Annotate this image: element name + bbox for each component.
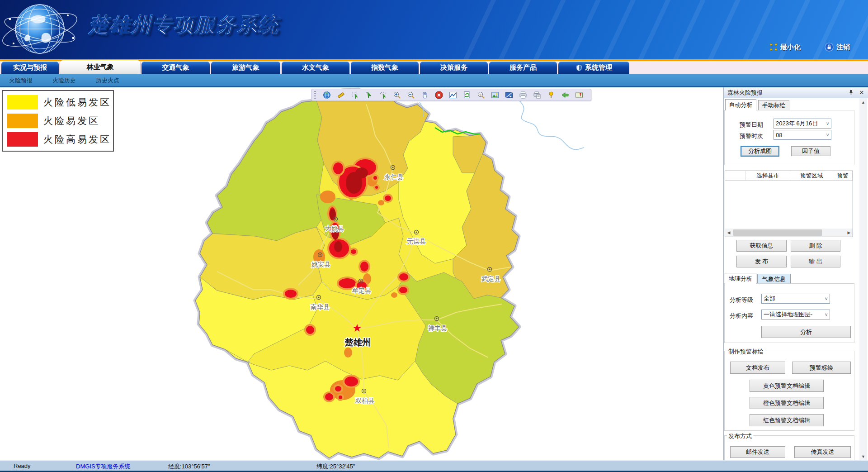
capital-star-icon: ★	[352, 322, 362, 334]
fire-zone-dark_red	[334, 241, 342, 252]
plot-button-3[interactable]: 黄色预警文档编辑	[750, 380, 824, 392]
plot-group-label: 制作预警标绘	[727, 348, 765, 356]
warning-table[interactable]: 选择县市预警区域预警 ◀ ▶	[725, 171, 853, 237]
globe-icon[interactable]	[322, 91, 331, 99]
county-label: 武定县	[481, 275, 500, 282]
export-button[interactable]: 输 出	[791, 256, 840, 267]
submenu-bar: 火险预报火险历史历史火点	[0, 74, 868, 87]
print-icon[interactable]	[519, 91, 527, 99]
back-arrow-icon[interactable]	[561, 91, 569, 99]
nav-tab-label: 林业气象	[87, 63, 114, 72]
warn-time-select[interactable]: 08˅	[774, 130, 831, 140]
minimize-label: 最小化	[780, 43, 801, 52]
get-info-button[interactable]: 获取信息	[736, 240, 787, 252]
application-window: 楚雄州专项服务系统 最小化 注销 实况与预报林业气象交通气象旅游气象水文气象指数…	[0, 0, 868, 472]
status-bar: Ready DMGIS专项服务系统 经度:103°56'57" 纬度:25°32…	[0, 460, 868, 472]
measure-ruler-icon[interactable]	[336, 91, 345, 99]
nav-tab-1[interactable]: 实况与预报	[1, 62, 59, 74]
nav-tab-5[interactable]: 水文气象	[282, 62, 349, 74]
stop-icon[interactable]	[434, 91, 443, 99]
tab-auto-analysis[interactable]: 自动分析	[725, 99, 756, 110]
panel-scrollbar[interactable]: ▲ ▼	[859, 98, 867, 460]
hscroll-thumb[interactable]	[733, 229, 822, 236]
close-icon[interactable]: ✕	[858, 89, 866, 97]
tab-weather-info[interactable]: 气象信息	[757, 274, 791, 284]
map-flag-icon[interactable]	[575, 91, 583, 99]
submenu-item-2[interactable]: 火险历史	[52, 76, 76, 85]
toolbar-grip[interactable]	[314, 91, 316, 99]
fire-zone-red	[350, 248, 357, 255]
publish-method-button-1[interactable]: 邮件发送	[730, 446, 785, 458]
header-decoration	[461, 0, 868, 59]
county-label: 禄丰县	[428, 324, 447, 332]
identify-icon[interactable]: ?	[476, 91, 485, 99]
fire-zone-red	[332, 162, 344, 175]
legend-item: 火险易发区	[7, 113, 111, 129]
table-column-header[interactable]	[725, 171, 746, 180]
select-arrow-icon[interactable]	[364, 91, 373, 99]
nav-tab-8[interactable]: 服务产品	[489, 62, 557, 74]
nav-tab-2[interactable]: 林业气象	[60, 60, 140, 74]
submenu-item-1[interactable]: 火险预报	[9, 76, 33, 85]
factor-value-button[interactable]: 因子值	[791, 146, 830, 156]
fire-zone-red	[338, 395, 343, 400]
zoom-out-icon[interactable]	[406, 91, 415, 99]
warn-date-select[interactable]: 2023年 6月16日˅	[774, 119, 831, 129]
fire-zone-red	[305, 325, 315, 335]
fire-zone-red	[398, 286, 408, 294]
plot-button-2[interactable]: 预警标绘	[792, 362, 851, 374]
timeline-chart-icon[interactable]	[448, 91, 457, 99]
tab-manual-plot[interactable]: 手动标绘	[758, 100, 789, 110]
table-column-header[interactable]: 选择县市	[746, 171, 790, 180]
analysis-content-select[interactable]: 一请选择地理图层-˅	[761, 310, 830, 319]
fire-zone-orange	[378, 200, 384, 205]
table-hscrollbar[interactable]: ◀ ▶	[725, 229, 853, 237]
legend-label: 火险高易发区	[43, 133, 111, 146]
tab-geo-analysis[interactable]: 地理分析	[725, 273, 756, 284]
nav-tab-9[interactable]: 系统管理	[558, 62, 629, 74]
nav-tab-3[interactable]: 交通气象	[142, 62, 210, 74]
globe-logo	[0, 0, 84, 59]
plot-button-5[interactable]: 红色预警文档编辑	[750, 414, 824, 426]
scroll-up-icon[interactable]: ▲	[859, 98, 867, 106]
nav-tab-7[interactable]: 决策服务	[420, 62, 488, 74]
delete-button[interactable]: 删 除	[791, 240, 840, 252]
fire-zone-red	[398, 272, 409, 281]
table-column-header[interactable]: 预警	[833, 171, 853, 180]
scroll-right-icon[interactable]: ▶	[845, 230, 853, 235]
map-swipe-icon[interactable]	[505, 91, 513, 99]
plot-button-1[interactable]: 文档发布	[730, 362, 785, 374]
fire-zone-red	[284, 289, 297, 299]
plot-button-4[interactable]: 橙色预警文档编辑	[750, 397, 824, 409]
image-icon[interactable]	[491, 91, 499, 99]
submenu-item-3[interactable]: 历史火点	[96, 76, 119, 85]
select-lasso-icon[interactable]	[378, 91, 387, 99]
status-latitude: 纬度:25°32'45"	[316, 462, 355, 471]
table-column-header[interactable]: 预警区域	[790, 171, 833, 180]
legend-label: 火险易发区	[43, 114, 100, 127]
zoom-in-icon[interactable]	[392, 91, 401, 99]
analyze-chart-button[interactable]: 分析成图	[741, 146, 779, 157]
analysis-level-select[interactable]: 全部˅	[761, 294, 830, 304]
app-title: 楚雄州专项服务系统	[89, 12, 280, 38]
logout-button[interactable]: 注销	[825, 42, 850, 52]
pan-hand-icon[interactable]	[420, 91, 429, 99]
pin-bulb-icon[interactable]	[547, 91, 555, 99]
publish-method-button-2[interactable]: 传真发送	[794, 446, 851, 458]
select-dashed-circle-icon[interactable]	[350, 91, 359, 99]
scroll-left-icon[interactable]: ◀	[725, 230, 732, 235]
scroll-down-icon[interactable]: ▼	[859, 453, 867, 460]
minimize-button[interactable]: 最小化	[769, 42, 801, 52]
pin-icon[interactable]	[847, 89, 855, 97]
logout-label: 注销	[836, 43, 850, 52]
print-preview-icon[interactable]	[533, 91, 541, 99]
nav-tab-6[interactable]: 指数气象	[351, 62, 419, 74]
publish-button[interactable]: 发 布	[736, 256, 787, 267]
refresh-icon[interactable]	[462, 91, 471, 99]
status-system-link[interactable]: DMGIS专项服务系统	[76, 462, 131, 471]
analysis-level-label: 分析等级	[730, 296, 753, 304]
nav-tab-4[interactable]: 旅游气象	[211, 62, 280, 74]
county-label: 永仁县	[384, 173, 403, 181]
county-label: 元谋县	[407, 238, 426, 245]
analyze-button[interactable]: 分析	[761, 326, 851, 338]
